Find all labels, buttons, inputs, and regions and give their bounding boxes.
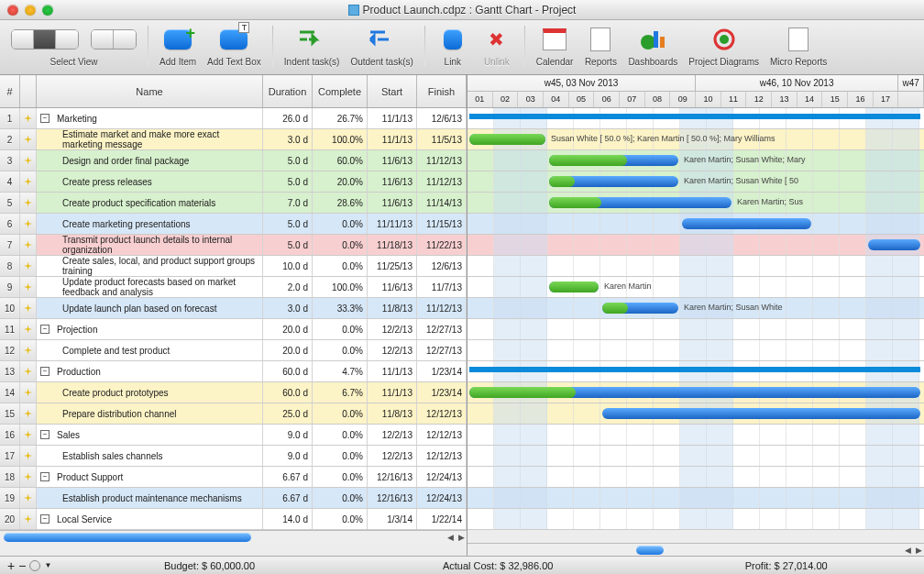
start-cell[interactable]: 11/1/13 xyxy=(368,129,417,149)
task-name-cell[interactable]: Transmit product launch details to inter… xyxy=(37,235,263,255)
duration-cell[interactable]: 9.0 d xyxy=(263,446,313,466)
table-row[interactable]: 19Establish product maintenance mechanis… xyxy=(0,488,467,509)
timeline-row[interactable]: Karen Martin; Susan White; Mary xyxy=(468,150,924,171)
duration-cell[interactable]: 6.67 d xyxy=(263,467,313,487)
task-name-cell[interactable]: Create marketing presentations xyxy=(37,214,263,234)
complete-cell[interactable]: 33.3% xyxy=(313,298,368,318)
left-hscroll[interactable]: ◀ ▶ xyxy=(0,530,467,543)
finish-cell[interactable]: 12/6/13 xyxy=(417,256,467,276)
start-cell[interactable]: 11/6/13 xyxy=(368,277,417,297)
task-name-cell[interactable]: −Local Service xyxy=(37,509,263,529)
start-cell[interactable]: 12/2/13 xyxy=(368,425,417,445)
select-view-segmented[interactable] xyxy=(11,29,79,50)
duration-cell[interactable]: 2.0 d xyxy=(263,277,313,297)
task-name-cell[interactable]: Create press releases xyxy=(37,171,263,192)
project-diagrams-button[interactable]: Project Diagrams xyxy=(688,24,759,67)
scroll-left-icon[interactable]: ◀ xyxy=(902,545,913,556)
expand-toggle[interactable]: − xyxy=(40,430,50,439)
indent-button[interactable]: Indent task(s) xyxy=(284,24,340,67)
expand-toggle[interactable]: − xyxy=(40,114,50,123)
timeline-row[interactable]: Karen Martin; Susan White [ 50 xyxy=(468,171,924,193)
task-name-cell[interactable]: −Projection xyxy=(37,319,263,339)
gantt-bar[interactable] xyxy=(868,239,920,250)
start-cell[interactable]: 11/8/13 xyxy=(368,298,417,318)
finish-cell[interactable]: 12/27/13 xyxy=(417,340,467,360)
timeline-row[interactable] xyxy=(468,256,924,277)
finish-cell[interactable]: 11/7/13 xyxy=(417,277,467,297)
finish-cell[interactable]: 11/12/13 xyxy=(417,171,467,192)
complete-cell[interactable]: 0.0% xyxy=(313,488,368,508)
select-view-segmented2[interactable] xyxy=(91,29,137,50)
task-name-cell[interactable]: Update launch plan based on forecast xyxy=(37,298,263,318)
expand-toggle[interactable]: − xyxy=(40,514,50,524)
table-row[interactable]: 14Create product prototypes60.0 d6.7%11/… xyxy=(0,382,467,403)
table-row[interactable]: 15Prepare distribution channel25.0 d0.0%… xyxy=(0,403,467,425)
table-row[interactable]: 18−Product Support6.67 d0.0%12/16/1312/2… xyxy=(0,467,467,488)
table-row[interactable]: 20−Local Service14.0 d0.0%1/3/141/22/14 xyxy=(0,509,467,530)
col-number[interactable]: # xyxy=(0,75,20,107)
window-zoom-button[interactable] xyxy=(42,5,53,16)
gantt-summary-bar[interactable] xyxy=(469,367,920,372)
micro-reports-button[interactable]: Micro Reports xyxy=(770,24,827,67)
duration-cell[interactable]: 9.0 d xyxy=(263,425,313,445)
task-name-cell[interactable]: −Production xyxy=(37,361,263,381)
start-cell[interactable]: 12/2/13 xyxy=(368,446,417,466)
col-duration-header[interactable]: Duration xyxy=(263,75,313,107)
complete-cell[interactable]: 28.6% xyxy=(313,193,368,213)
finish-cell[interactable]: 11/15/13 xyxy=(417,214,467,234)
task-name-cell[interactable]: Estimate market and make more exact mark… xyxy=(37,129,263,149)
table-row[interactable]: 6Create marketing presentations5.0 d0.0%… xyxy=(0,214,467,235)
complete-cell[interactable]: 0.0% xyxy=(313,509,368,529)
finish-cell[interactable]: 12/24/13 xyxy=(417,488,467,508)
col-finish-header[interactable]: Finish xyxy=(417,75,467,107)
timeline-row[interactable] xyxy=(468,509,924,530)
finish-cell[interactable]: 12/6/13 xyxy=(417,108,467,128)
add-item-button[interactable]: + Add Item xyxy=(160,24,196,67)
complete-cell[interactable]: 26.7% xyxy=(313,108,368,128)
expand-toggle[interactable]: − xyxy=(40,367,50,376)
right-hscroll[interactable]: ◀ ▶ xyxy=(468,543,924,556)
table-row[interactable]: 5Create product specification materials7… xyxy=(0,193,467,214)
finish-cell[interactable]: 11/22/13 xyxy=(417,235,467,255)
timeline-row[interactable]: Karen Martin; Sus xyxy=(468,193,924,214)
start-cell[interactable]: 1/3/14 xyxy=(368,509,417,529)
grid-body[interactable]: 1−Marketing26.0 d26.7%11/1/1312/6/132Est… xyxy=(0,108,467,530)
window-minimize-button[interactable] xyxy=(25,5,36,16)
complete-cell[interactable]: 0.0% xyxy=(313,467,368,487)
timeline-row[interactable] xyxy=(468,361,924,382)
reports-button[interactable]: Reports xyxy=(584,24,617,67)
task-name-cell[interactable]: Establish sales channels xyxy=(37,446,263,466)
start-cell[interactable]: 11/1/13 xyxy=(368,361,417,381)
task-name-cell[interactable]: Complete and test product xyxy=(37,340,263,360)
table-row[interactable]: 8Create sales, local, and product suppor… xyxy=(0,256,467,277)
complete-cell[interactable]: 60.0% xyxy=(313,150,368,171)
complete-cell[interactable]: 0.0% xyxy=(313,235,368,255)
duration-cell[interactable]: 10.0 d xyxy=(263,256,313,276)
duration-cell[interactable]: 5.0 d xyxy=(263,235,313,255)
complete-cell[interactable]: 0.0% xyxy=(313,256,368,276)
duration-cell[interactable]: 25.0 d xyxy=(263,403,313,424)
gear-dropdown-icon[interactable]: ▼ xyxy=(44,561,51,569)
timeline-row[interactable] xyxy=(468,319,924,340)
timeline-body[interactable]: Susan White [ 50.0 %]; Karen Martin [ 50… xyxy=(468,108,924,543)
add-text-box-button[interactable]: T Add Text Box xyxy=(207,24,261,67)
finish-cell[interactable]: 11/12/13 xyxy=(417,298,467,318)
finish-cell[interactable]: 12/12/13 xyxy=(417,403,467,424)
finish-cell[interactable]: 1/22/14 xyxy=(417,509,467,529)
task-name-cell[interactable]: −Product Support xyxy=(37,467,263,487)
table-row[interactable]: 2Estimate market and make more exact mar… xyxy=(0,129,467,150)
task-name-cell[interactable]: Create sales, local, and product support… xyxy=(37,256,263,276)
duration-cell[interactable]: 6.67 d xyxy=(263,488,313,508)
timeline-row[interactable] xyxy=(468,425,924,446)
table-row[interactable]: 10Update launch plan based on forecast3.… xyxy=(0,298,467,319)
calendar-button[interactable]: Calendar xyxy=(536,24,574,67)
table-row[interactable]: 17Establish sales channels9.0 d0.0%12/2/… xyxy=(0,446,467,467)
table-row[interactable]: 3Design and order final package5.0 d60.0… xyxy=(0,150,467,171)
table-row[interactable]: 11−Projection20.0 d0.0%12/2/1312/27/13 xyxy=(0,319,467,340)
gantt-summary-bar[interactable] xyxy=(469,114,920,119)
add-row-button[interactable]: + xyxy=(7,558,15,573)
col-name-header[interactable]: Name xyxy=(37,75,263,107)
timeline-row[interactable] xyxy=(468,235,924,256)
duration-cell[interactable]: 14.0 d xyxy=(263,509,313,529)
task-name-cell[interactable]: Prepare distribution channel xyxy=(37,403,263,424)
